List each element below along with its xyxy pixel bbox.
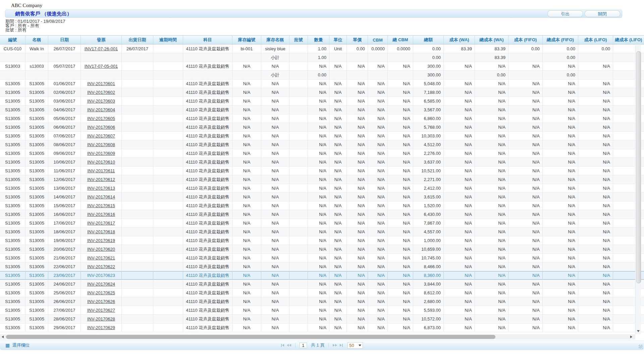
scroll-down-icon[interactable] xyxy=(637,330,640,332)
column-header-total-cost-lifo[interactable]: 總成本 (LIFO) xyxy=(613,36,644,44)
table-row[interactable]: S13005S1300526/06/2017INV-2017062641110 … xyxy=(0,297,644,306)
table-row[interactable]: S13005S1300523/06/2017INV-2017062341110 … xyxy=(0,271,644,280)
invoice-link[interactable]: INV-20170618 xyxy=(87,229,115,234)
table-row[interactable]: S13005S1300525/06/2017INV-2017062541110 … xyxy=(0,289,644,297)
column-header-cost-fifo[interactable]: 成本 (FIFO) xyxy=(508,36,543,44)
table-row[interactable]: S13005S1300503/06/2017INV-2017060341110 … xyxy=(0,97,644,106)
table-row[interactable]: S13005S1300510/06/2017INV-2017061041110 … xyxy=(0,158,644,167)
table-row[interactable]: S13005S1300502/06/2017INV-2017060241110 … xyxy=(0,88,644,97)
invoice-link[interactable]: INV-20170622 xyxy=(87,264,115,269)
close-button[interactable]: 關閉 xyxy=(585,10,620,17)
table-row[interactable]: S13005S1300514/06/2017INV-2017061441110 … xyxy=(0,193,644,201)
last-page-button[interactable] xyxy=(340,344,343,347)
column-header-invoice[interactable]: 發票 xyxy=(81,36,122,44)
invoice-link[interactable]: INV-20170615 xyxy=(87,203,115,208)
table-row[interactable]: S13005S1300529/06/2017INV-2017062941110 … xyxy=(0,323,644,332)
column-header-cost-wa[interactable]: 成本 (WA) xyxy=(444,36,475,44)
invoice-link[interactable]: INV-20170617 xyxy=(87,221,115,226)
table-row[interactable]: S13005S1300505/06/2017INV-2017060541110 … xyxy=(0,114,644,123)
invoice-link[interactable]: INV-20170621 xyxy=(87,255,115,260)
invoice-link[interactable]: INV-20170627 xyxy=(87,308,115,313)
column-header-id[interactable]: 編號 xyxy=(0,36,25,44)
table-row[interactable]: S13005S1300518/06/2017INV-2017061841110 … xyxy=(0,228,644,236)
invoice-link[interactable]: INV-20170606 xyxy=(87,125,115,130)
table-row[interactable]: S13005S1300520/06/2017INV-2017062041110 … xyxy=(0,245,644,254)
export-button[interactable]: 引出 xyxy=(547,10,583,17)
prev-page-button[interactable] xyxy=(287,344,291,347)
page-size-select[interactable]: 50 xyxy=(347,342,363,349)
invoice-link[interactable]: INV-20170628 xyxy=(87,316,115,321)
invoice-link[interactable]: INV-20170614 xyxy=(87,194,115,199)
column-header-batch[interactable]: 批號 xyxy=(289,36,308,44)
table-row[interactable]: S13003s1300305/07/2017INV17-07-05-001411… xyxy=(0,62,644,71)
column-header-overdue-time[interactable]: 逾期時間 xyxy=(153,36,183,44)
column-header-cost-lifo[interactable]: 成本 (LIFO) xyxy=(578,36,613,44)
invoice-link[interactable]: INV-20170610 xyxy=(87,160,115,165)
horizontal-scrollbar[interactable] xyxy=(0,334,635,340)
table-row[interactable]: S13005S1300527/06/2017INV-2017062741110 … xyxy=(0,306,644,315)
invoice-link[interactable]: INV-20170612 xyxy=(87,177,115,182)
invoice-link[interactable]: INV-20170601 xyxy=(87,81,115,86)
invoice-link[interactable]: INV-20170620 xyxy=(87,247,115,252)
invoice-link[interactable]: INV17-07-05-001 xyxy=(85,64,118,69)
page-number-input[interactable] xyxy=(300,343,307,348)
invoice-link[interactable]: INV-20170602 xyxy=(87,90,115,95)
column-header-qty[interactable]: 數量 xyxy=(308,36,329,44)
column-header-unit-price[interactable]: 單價 xyxy=(347,36,368,44)
invoice-link[interactable]: INV-20170619 xyxy=(87,238,115,243)
table-row[interactable]: S13005S1300524/06/2017INV-2017062441110 … xyxy=(0,280,644,289)
invoice-link[interactable]: INV-20170603 xyxy=(87,99,115,104)
invoice-link[interactable]: INV-20170616 xyxy=(87,212,115,217)
column-header-account[interactable]: 科目 xyxy=(183,36,232,44)
invoice-link[interactable]: INV-20170604 xyxy=(87,107,115,112)
column-header-cbm[interactable]: CBM xyxy=(368,36,388,44)
column-header-unit[interactable]: 單位 xyxy=(329,36,347,44)
scroll-left-icon[interactable] xyxy=(2,336,4,338)
invoice-link[interactable]: INV-20170613 xyxy=(87,186,115,191)
table-row[interactable]: S13005S1300501/06/2017INV-2017060141110 … xyxy=(0,79,644,88)
invoice-link[interactable]: INV-20170608 xyxy=(87,142,115,147)
table-row[interactable]: S13005S1300507/06/2017INV-2017060741110 … xyxy=(0,132,644,140)
invoice-link[interactable]: INV-20170626 xyxy=(87,299,115,304)
column-header-total-cost-wa[interactable]: 總成本 (WA) xyxy=(475,36,508,44)
table-row[interactable]: S13005S1300513/06/2017INV-2017061341110 … xyxy=(0,184,644,193)
invoice-link[interactable]: INV-20170629 xyxy=(87,325,115,330)
invoice-link[interactable]: INV-20170624 xyxy=(87,282,115,287)
subtotal-row[interactable]: 小計1.000.0083.390.00 xyxy=(0,53,644,62)
next-page-button[interactable] xyxy=(333,344,337,347)
table-row[interactable]: S13005S1300509/06/2017INV-2017060941110 … xyxy=(0,149,644,158)
table-row[interactable]: S13005S1300517/06/2017INV-2017061741110 … xyxy=(0,219,644,228)
table-row[interactable]: S13005S1300508/06/2017INV-2017060841110 … xyxy=(0,140,644,149)
table-row[interactable]: CUS-010Walk In26/07/2017INV17-07-26-0012… xyxy=(0,45,644,53)
scroll-right-icon[interactable] xyxy=(630,336,632,338)
resize-grip-icon[interactable] xyxy=(639,345,643,349)
invoice-link[interactable]: INV17-07-26-001 xyxy=(85,46,118,51)
invoice-link[interactable]: INV-20170607 xyxy=(87,133,115,138)
column-header-name[interactable]: 名稱 xyxy=(25,36,48,44)
table-row[interactable]: S13005S1300521/06/2017INV-2017062141110 … xyxy=(0,254,644,262)
invoice-link[interactable]: INV-20170609 xyxy=(87,151,115,156)
column-header-total[interactable]: 總額 xyxy=(413,36,444,44)
column-header-date[interactable]: 日期 xyxy=(48,36,81,44)
column-header-total-cost-fifo[interactable]: 總成本 (FIFO) xyxy=(543,36,578,44)
table-row[interactable]: S13005S1300519/06/2017INV-2017061941110 … xyxy=(0,236,644,245)
table-row[interactable]: S13005S1300516/06/2017INV-2017061641110 … xyxy=(0,210,644,219)
subtotal-row[interactable]: 小計0.00300.000.000.00 xyxy=(0,71,644,79)
horizontal-scrollbar-thumb[interactable] xyxy=(6,335,495,339)
table-row[interactable]: S13005S1300506/06/2017INV-2017060641110 … xyxy=(0,123,644,132)
first-page-button[interactable] xyxy=(281,344,284,347)
column-header-total-cbm[interactable]: 總 CBM xyxy=(388,36,413,44)
invoice-link[interactable]: INV-20170623 xyxy=(87,273,115,278)
table-row[interactable]: S13005S1300515/06/2017INV-2017061541110 … xyxy=(0,201,644,210)
column-header-ship-date[interactable]: 出貨日期 xyxy=(122,36,153,44)
vertical-scrollbar[interactable] xyxy=(635,45,641,334)
invoice-link[interactable]: INV-20170605 xyxy=(87,116,115,121)
column-header-stock-id[interactable]: 庫存編號 xyxy=(232,36,261,44)
table-row[interactable]: S13005S1300504/06/2017INV-2017060441110 … xyxy=(0,106,644,114)
invoice-link[interactable]: INV-20170611 xyxy=(87,168,115,173)
vertical-scrollbar-thumb[interactable] xyxy=(636,51,641,283)
table-row[interactable]: S13005S1300511/06/2017INV-2017061141110 … xyxy=(0,167,644,175)
invoice-link[interactable]: INV-20170625 xyxy=(87,290,115,295)
column-header-stock-name[interactable]: 庫存名稱 xyxy=(261,36,289,44)
table-row[interactable]: S13005S1300522/06/2017INV-2017062241110 … xyxy=(0,262,644,271)
